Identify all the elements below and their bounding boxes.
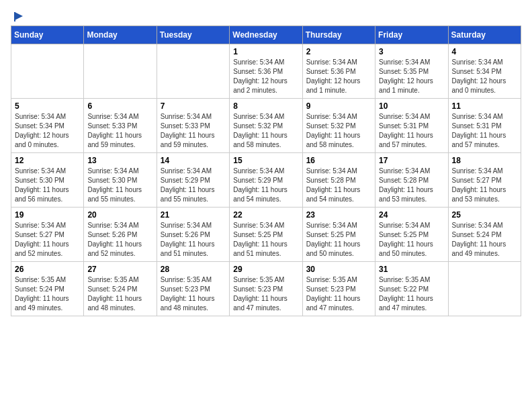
sun-info: Sunrise: 5:34 AM [379,167,430,175]
day-number: 29 [233,265,298,274]
sun-info: and 58 minutes. [306,141,354,148]
sun-info: Sunset: 5:33 PM [87,122,137,130]
daylight-hours-label: Daylight: 12 hours [379,77,433,85]
day-info: Sunrise: 5:34 AMSunset: 5:28 PMDaylight:… [379,167,444,204]
day-info: Sunrise: 5:34 AMSunset: 5:34 PMDaylight:… [452,58,517,95]
sun-info: and 57 minutes. [452,141,500,148]
day-info: Sunrise: 5:34 AMSunset: 5:30 PMDaylight:… [15,167,80,204]
day-info: Sunrise: 5:34 AMSunset: 5:32 PMDaylight:… [306,112,371,150]
daylight-hours-label: Daylight: 11 hours [306,240,361,248]
day-number: 11 [452,101,517,111]
daylight-hours-label: Daylight: 11 hours [233,240,287,248]
day-info: Sunrise: 5:34 AMSunset: 5:25 PMDaylight:… [379,221,444,259]
day-info: Sunrise: 5:34 AMSunset: 5:35 PMDaylight:… [379,58,444,95]
daylight-hours-label: Daylight: 11 hours [233,186,287,193]
calendar-cell: 5Sunrise: 5:34 AMSunset: 5:34 PMDaylight… [11,99,84,153]
week-row-4: 19Sunrise: 5:34 AMSunset: 5:27 PMDayligh… [11,208,521,262]
sun-info: Sunrise: 5:34 AM [15,222,66,229]
sun-info: Sunset: 5:26 PM [161,231,210,238]
calendar-cell: 8Sunrise: 5:34 AMSunset: 5:32 PMDaylight… [230,99,302,153]
calendar-cell: 30Sunrise: 5:35 AMSunset: 5:23 PMDayligh… [302,262,375,316]
day-info: Sunrise: 5:34 AMSunset: 5:34 PMDaylight:… [15,112,80,150]
sun-info: and 1 minute. [379,87,420,94]
sun-info: and 52 minutes. [87,250,135,257]
sun-info: Sunset: 5:24 PM [15,285,64,293]
sun-info: Sunset: 5:23 PM [233,285,283,293]
sun-info: Sunset: 5:27 PM [452,177,502,184]
sun-info: Sunrise: 5:34 AM [15,167,66,175]
calendar-cell: 14Sunrise: 5:34 AMSunset: 5:29 PMDayligh… [157,153,229,208]
day-info: Sunrise: 5:35 AMSunset: 5:22 PMDaylight:… [379,275,444,313]
week-row-5: 26Sunrise: 5:35 AMSunset: 5:24 PMDayligh… [11,262,521,316]
calendar-table: SundayMondayTuesdayWednesdayThursdayFrid… [11,26,521,316]
day-info: Sunrise: 5:35 AMSunset: 5:23 PMDaylight:… [233,275,298,313]
sun-info: Sunrise: 5:34 AM [87,167,138,175]
sun-info: and 1 minute. [306,87,347,94]
day-number: 14 [161,156,226,165]
sun-info: Sunset: 5:36 PM [306,68,356,75]
calendar-cell: 2Sunrise: 5:34 AMSunset: 5:36 PMDaylight… [302,44,375,99]
day-number: 18 [452,156,517,165]
day-info: Sunrise: 5:34 AMSunset: 5:26 PMDaylight:… [87,221,152,259]
sun-info: and 51 minutes. [161,250,208,257]
sun-info: and 54 minutes. [306,195,354,203]
daylight-hours-label: Daylight: 12 hours [306,77,361,85]
daylight-hours-label: Daylight: 11 hours [379,132,433,139]
day-number: 22 [233,210,298,220]
calendar-cell: 18Sunrise: 5:34 AMSunset: 5:27 PMDayligh… [448,153,521,208]
daylight-hours-label: Daylight: 11 hours [87,186,142,193]
calendar-cell: 26Sunrise: 5:35 AMSunset: 5:24 PMDayligh… [11,262,84,316]
sun-info: Sunrise: 5:35 AM [306,276,357,283]
col-header-wednesday: Wednesday [230,26,302,44]
sun-info: Sunrise: 5:34 AM [233,113,284,120]
day-info: Sunrise: 5:34 AMSunset: 5:32 PMDaylight:… [233,112,298,150]
day-info: Sunrise: 5:34 AMSunset: 5:31 PMDaylight:… [379,112,444,150]
sun-info: and 50 minutes. [306,250,354,257]
sun-info: Sunset: 5:24 PM [452,231,502,238]
day-number: 6 [87,101,152,111]
day-info: Sunrise: 5:34 AMSunset: 5:33 PMDaylight:… [87,112,152,150]
day-number: 23 [306,210,371,220]
sun-info: Sunrise: 5:34 AM [306,113,357,120]
week-row-3: 12Sunrise: 5:34 AMSunset: 5:30 PMDayligh… [11,153,521,208]
daylight-hours-label: Daylight: 11 hours [233,295,287,302]
sun-info: Sunset: 5:25 PM [379,231,429,238]
sun-info: Sunrise: 5:34 AM [233,167,284,175]
day-info: Sunrise: 5:34 AMSunset: 5:25 PMDaylight:… [233,221,298,259]
calendar-cell [84,44,157,99]
sun-info: Sunrise: 5:34 AM [379,113,430,120]
sun-info: Sunset: 5:31 PM [379,122,429,130]
daylight-hours-label: Daylight: 11 hours [161,132,215,139]
day-number: 17 [379,156,444,165]
calendar-cell: 6Sunrise: 5:34 AMSunset: 5:33 PMDaylight… [84,99,157,153]
sun-info: and 58 minutes. [233,141,281,148]
sun-info: and 0 minutes. [452,87,496,94]
sun-info: and 57 minutes. [379,141,427,148]
daylight-hours-label: Daylight: 12 hours [452,77,506,85]
col-header-friday: Friday [375,26,448,44]
day-number: 9 [306,101,371,111]
sun-info: and 47 minutes. [306,304,354,312]
calendar-cell: 19Sunrise: 5:34 AMSunset: 5:27 PMDayligh… [11,208,84,262]
sun-info: and 50 minutes. [379,250,427,257]
calendar-cell: 24Sunrise: 5:34 AMSunset: 5:25 PMDayligh… [375,208,448,262]
day-number: 25 [452,210,517,220]
calendar-cell: 20Sunrise: 5:34 AMSunset: 5:26 PMDayligh… [84,208,157,262]
calendar-cell: 3Sunrise: 5:34 AMSunset: 5:35 PMDaylight… [375,44,448,99]
sun-info: Sunrise: 5:35 AM [161,276,212,283]
sun-info: Sunset: 5:30 PM [15,177,64,184]
day-number: 26 [15,265,80,274]
calendar-cell: 15Sunrise: 5:34 AMSunset: 5:29 PMDayligh… [230,153,302,208]
week-row-2: 5Sunrise: 5:34 AMSunset: 5:34 PMDaylight… [11,99,521,153]
daylight-hours-label: Daylight: 11 hours [161,240,215,248]
sun-info: Sunset: 5:28 PM [379,177,429,184]
sun-info: Sunrise: 5:34 AM [452,113,503,120]
day-info: Sunrise: 5:34 AMSunset: 5:31 PMDaylight:… [452,112,517,150]
calendar-cell: 9Sunrise: 5:34 AMSunset: 5:32 PMDaylight… [302,99,375,153]
day-info: Sunrise: 5:34 AMSunset: 5:26 PMDaylight:… [161,221,226,259]
sun-info: Sunset: 5:35 PM [379,68,429,75]
day-info: Sunrise: 5:34 AMSunset: 5:29 PMDaylight:… [233,167,298,204]
sun-info: Sunset: 5:27 PM [15,231,64,238]
sun-info: Sunrise: 5:35 AM [379,276,430,283]
sun-info: Sunrise: 5:34 AM [306,167,357,175]
